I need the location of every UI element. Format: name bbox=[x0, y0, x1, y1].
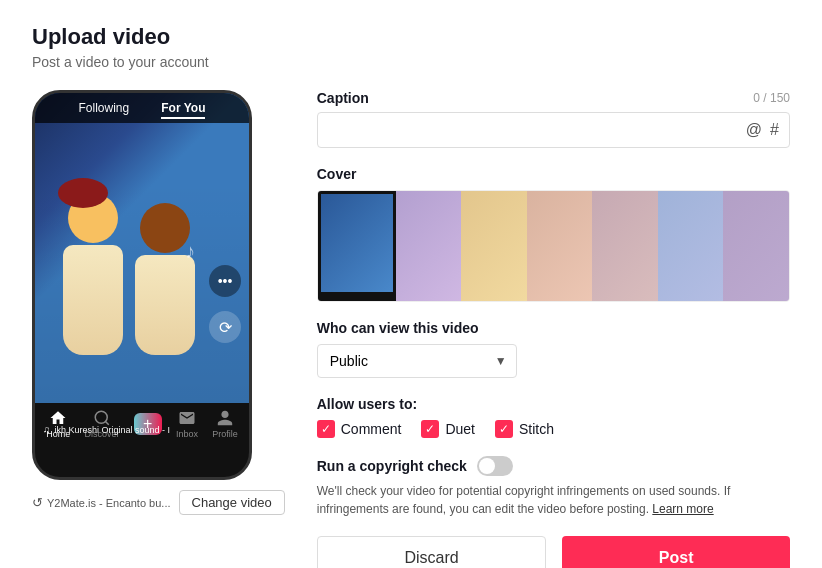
phone-nav-profile: Profile bbox=[212, 409, 238, 439]
cover-frame-3[interactable] bbox=[461, 191, 527, 301]
video-filename: Y2Mate.is - Encanto bu... bbox=[47, 497, 171, 509]
learn-more-link[interactable]: Learn more bbox=[652, 502, 713, 516]
phone-nav-bar: Following For You bbox=[35, 93, 249, 123]
discard-button[interactable]: Discard bbox=[317, 536, 547, 568]
video-source-row: ↺ Y2Mate.is - Encanto bu... Change video bbox=[32, 490, 285, 515]
caption-label-row: Caption 0 / 150 bbox=[317, 90, 790, 106]
post-button[interactable]: Post bbox=[562, 536, 790, 568]
phone-right-icons: ••• ⟳ bbox=[209, 265, 241, 343]
upload-form: Caption 0 / 150 @ # Cover bbox=[317, 90, 790, 568]
phone-share-icon: ⟳ bbox=[209, 311, 241, 343]
visibility-section: Who can view this video Public Friends O… bbox=[317, 320, 790, 378]
char-count: 0 / 150 bbox=[753, 91, 790, 105]
page-title: Upload video bbox=[32, 24, 790, 50]
phone-nav-inbox: Inbox bbox=[176, 409, 198, 439]
phone-video-area: ♪ ••• ⟳ bbox=[35, 93, 249, 403]
stitch-checkbox-item[interactable]: ✓ Stitch bbox=[495, 420, 554, 438]
duet-checkbox-item[interactable]: ✓ Duet bbox=[421, 420, 475, 438]
caption-input[interactable] bbox=[328, 122, 746, 138]
page-subtitle: Post a video to your account bbox=[32, 54, 790, 70]
visibility-select-wrap[interactable]: Public Friends Only me ▼ bbox=[317, 344, 517, 378]
copyright-section: Run a copyright check We'll check your v… bbox=[317, 456, 790, 518]
cover-frame-5[interactable] bbox=[592, 191, 658, 301]
copyright-label: Run a copyright check bbox=[317, 458, 467, 474]
phone-tab-following: Following bbox=[79, 101, 130, 119]
phone-preview: Following For You bbox=[32, 90, 252, 480]
phone-sound-label: ikh Kureshi Original sound - I bbox=[55, 425, 171, 435]
action-buttons: Discard Post bbox=[317, 536, 790, 568]
cover-frame-7[interactable] bbox=[723, 191, 789, 301]
at-icon-button[interactable]: @ bbox=[746, 121, 762, 139]
comment-label: Comment bbox=[341, 421, 402, 437]
caption-icon-buttons: @ # bbox=[746, 121, 779, 139]
cover-label: Cover bbox=[317, 166, 790, 182]
stitch-label: Stitch bbox=[519, 421, 554, 437]
allow-users-row: ✓ Comment ✓ Duet ✓ Stitch bbox=[317, 420, 790, 438]
comment-checkbox[interactable]: ✓ bbox=[317, 420, 335, 438]
phone-music-icon: ♫ bbox=[43, 424, 51, 435]
cover-frame-6[interactable] bbox=[658, 191, 724, 301]
visibility-select[interactable]: Public Friends Only me bbox=[317, 344, 517, 378]
cover-section: Cover bbox=[317, 166, 790, 302]
visibility-label: Who can view this video bbox=[317, 320, 790, 336]
duet-checkbox[interactable]: ✓ bbox=[421, 420, 439, 438]
copyright-toggle[interactable] bbox=[477, 456, 513, 476]
cover-frame-4[interactable] bbox=[527, 191, 593, 301]
copyright-row: Run a copyright check bbox=[317, 456, 790, 476]
copyright-description: We'll check your video for potential cop… bbox=[317, 482, 790, 518]
allow-users-section: Allow users to: ✓ Comment ✓ Duet ✓ Stitc… bbox=[317, 396, 790, 438]
allow-users-label: Allow users to: bbox=[317, 396, 790, 412]
cover-strip[interactable] bbox=[317, 190, 790, 302]
toggle-knob bbox=[479, 458, 495, 474]
caption-label: Caption bbox=[317, 90, 369, 106]
hash-icon-button[interactable]: # bbox=[770, 121, 779, 139]
stitch-checkbox[interactable]: ✓ bbox=[495, 420, 513, 438]
phone-bottom-nav: Home Discover + Inbox Profile bbox=[35, 403, 249, 443]
phone-tab-foryou: For You bbox=[161, 101, 205, 119]
duet-label: Duet bbox=[445, 421, 475, 437]
caption-input-wrapper[interactable]: @ # bbox=[317, 112, 790, 148]
comment-checkbox-item[interactable]: ✓ Comment bbox=[317, 420, 402, 438]
phone-more-icon: ••• bbox=[209, 265, 241, 297]
video-source-label: ↺ Y2Mate.is - Encanto bu... bbox=[32, 495, 171, 510]
change-video-button[interactable]: Change video bbox=[179, 490, 285, 515]
caption-section: Caption 0 / 150 @ # bbox=[317, 90, 790, 148]
phone-sound-bar: ♫ ikh Kureshi Original sound - I bbox=[43, 424, 170, 435]
svg-point-0 bbox=[95, 411, 107, 423]
cover-frame-2[interactable] bbox=[396, 191, 462, 301]
cover-frame-1[interactable] bbox=[318, 191, 396, 301]
